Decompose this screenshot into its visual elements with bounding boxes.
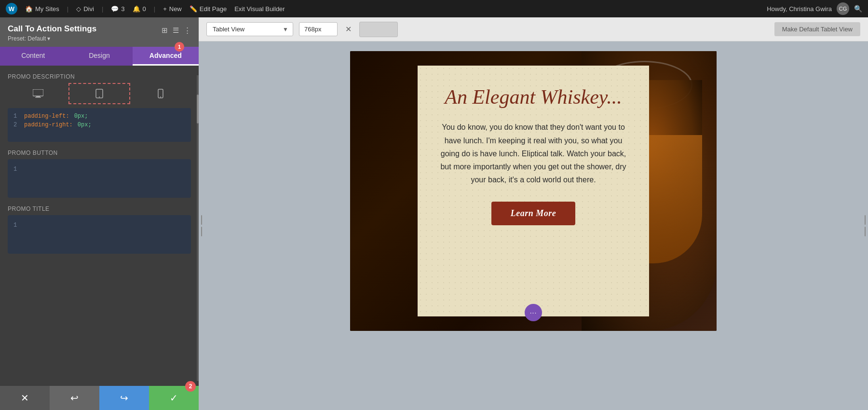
exit-builder-link[interactable]: Exit Visual Builder bbox=[234, 5, 285, 13]
toolbar: Tablet View Desktop View Mobile View ▼ ✕… bbox=[199, 17, 868, 41]
promo-description-code[interactable]: 1 padding-left: 0px; 2 padding-right: 0p… bbox=[8, 108, 191, 142]
canvas-area: An Elegant Whiskey... You do know, you d… bbox=[199, 41, 868, 410]
panel-tabs: Content Design Advanced 1 bbox=[0, 47, 199, 66]
panel-grid-icon[interactable]: ⊞ bbox=[162, 26, 168, 35]
wordpress-icon[interactable]: W bbox=[6, 3, 17, 14]
separator: | bbox=[102, 5, 103, 13]
panel-header: Call To Action Settings Preset: Default … bbox=[0, 17, 199, 47]
tab-design[interactable]: Design bbox=[66, 47, 132, 66]
desktop-view-btn[interactable] bbox=[8, 83, 68, 104]
top-bar: W 🏠 My Sites | ◇ Divi | 💬 3 🔔 0 | + New … bbox=[0, 0, 868, 17]
divi-link[interactable]: ◇ Divi bbox=[76, 5, 94, 13]
redo-icon: ↪ bbox=[120, 392, 128, 404]
module-card: An Elegant Whiskey... You do know, you d… bbox=[350, 51, 717, 331]
new-link[interactable]: + New bbox=[163, 5, 182, 13]
promo-description-label: Promo Description bbox=[8, 73, 191, 80]
view-select-wrapper: Tablet View Desktop View Mobile View ▼ bbox=[206, 22, 293, 36]
panel-header-icons: ⊞ ☰ ⋮ bbox=[162, 26, 191, 35]
comment-icon: 💬 bbox=[111, 5, 119, 13]
panel-more-icon[interactable]: ⋮ bbox=[184, 26, 191, 35]
tab-advanced[interactable]: Advanced 1 bbox=[133, 47, 199, 66]
badge-1: 1 bbox=[175, 42, 184, 52]
user-greeting: Howdy, Christina Gwira bbox=[767, 5, 832, 13]
separator: | bbox=[154, 5, 155, 13]
promo-button-section: Promo Button 1 bbox=[8, 150, 191, 198]
cancel-button[interactable]: ✕ bbox=[0, 386, 50, 410]
separator: | bbox=[67, 5, 68, 13]
svg-point-6 bbox=[160, 96, 161, 97]
px-input[interactable] bbox=[299, 22, 338, 36]
view-select[interactable]: Tablet View Desktop View Mobile View bbox=[206, 22, 293, 36]
my-sites-link[interactable]: 🏠 My Sites bbox=[25, 5, 59, 13]
svg-rect-2 bbox=[35, 97, 41, 98]
panel-title: Call To Action Settings bbox=[8, 24, 162, 34]
panel-content: Promo Description bbox=[0, 66, 199, 386]
left-panel: Call To Action Settings Preset: Default … bbox=[0, 17, 199, 410]
panel-preset[interactable]: Preset: Default ▾ bbox=[8, 35, 162, 42]
make-default-button[interactable]: Make Default Tablet View bbox=[774, 22, 860, 36]
canvas-scroll-left bbox=[199, 211, 204, 240]
right-area: Tablet View Desktop View Mobile View ▼ ✕… bbox=[199, 17, 868, 410]
color-picker-box[interactable] bbox=[359, 22, 398, 37]
search-icon[interactable]: 🔍 bbox=[854, 5, 862, 13]
promo-title-section: Promo Title 1 bbox=[8, 205, 191, 254]
divi-icon: ◇ bbox=[76, 5, 81, 13]
checkmark-icon: ✓ bbox=[170, 392, 178, 404]
device-icons-row bbox=[8, 83, 191, 104]
cta-title: An Elegant Whiskey... bbox=[445, 85, 622, 109]
comments-link[interactable]: 💬 3 bbox=[111, 5, 124, 13]
topbar-right: Howdy, Christina Gwira CG 🔍 bbox=[767, 2, 862, 15]
main-layout: Call To Action Settings Preset: Default … bbox=[0, 17, 868, 410]
promo-button-label: Promo Button bbox=[8, 150, 191, 156]
module-dots-menu[interactable]: ··· bbox=[525, 304, 542, 321]
panel-title-area: Call To Action Settings Preset: Default … bbox=[8, 24, 162, 42]
edit-page-link[interactable]: ✏️ Edit Page bbox=[190, 5, 227, 13]
svg-point-4 bbox=[99, 96, 100, 97]
mobile-view-btn[interactable] bbox=[130, 83, 191, 104]
home-icon: 🏠 bbox=[25, 5, 33, 13]
undo-button[interactable]: ↩ bbox=[50, 386, 99, 410]
promo-title-label: Promo Title bbox=[8, 205, 191, 212]
svg-rect-0 bbox=[33, 89, 43, 96]
canvas-scroll-right bbox=[862, 211, 868, 240]
panel-bottom-bar: ✕ ↩ ↪ ✓ 2 bbox=[0, 386, 199, 410]
undo-icon: ↩ bbox=[70, 392, 79, 404]
avatar[interactable]: CG bbox=[837, 2, 849, 15]
badge-2: 2 bbox=[185, 381, 196, 392]
promo-title-code[interactable]: 1 bbox=[8, 215, 191, 254]
cta-box: An Elegant Whiskey... You do know, you d… bbox=[418, 66, 649, 316]
plus-icon: + bbox=[163, 5, 167, 13]
cancel-icon: ✕ bbox=[21, 392, 29, 404]
svg-rect-1 bbox=[36, 96, 40, 97]
promo-description-section: Promo Description bbox=[8, 73, 191, 142]
tab-content[interactable]: Content bbox=[0, 47, 66, 66]
cta-body: You do know, you do know that they don't… bbox=[435, 121, 632, 186]
edit-icon: ✏️ bbox=[190, 5, 197, 13]
cta-learn-more-button[interactable]: Learn More bbox=[491, 202, 576, 225]
tablet-view-btn[interactable] bbox=[68, 83, 130, 104]
panel-layout-icon[interactable]: ☰ bbox=[173, 26, 179, 35]
bell-icon: 🔔 bbox=[133, 5, 140, 13]
promo-button-code[interactable]: 1 bbox=[8, 159, 191, 198]
close-px-button[interactable]: ✕ bbox=[343, 23, 353, 36]
notifications-link[interactable]: 🔔 0 bbox=[133, 5, 146, 13]
redo-button[interactable]: ↪ bbox=[99, 386, 149, 410]
